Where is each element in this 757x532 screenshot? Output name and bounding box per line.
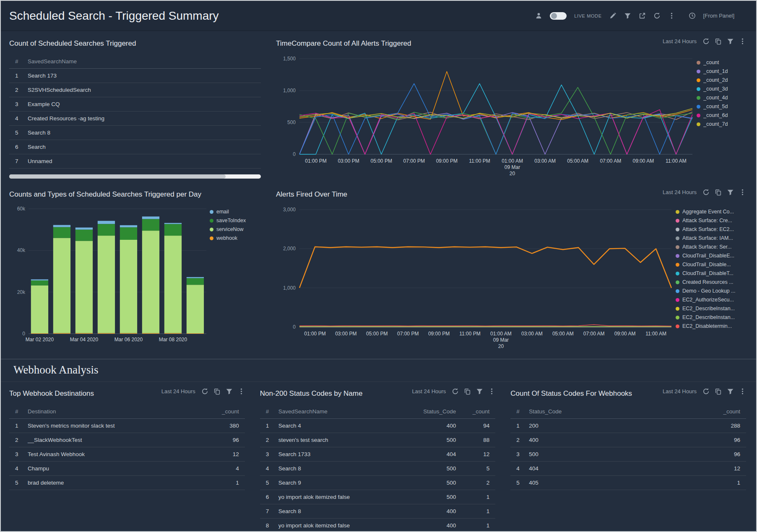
legend-item-webhook[interactable]: webhook: [210, 235, 257, 241]
legend-item-demo-geo-lookup[interactable]: Demo - Geo Lookup ...: [676, 288, 746, 294]
legend-item-cloudtrail-disablee[interactable]: CloudTrail_DisableE...: [676, 253, 746, 259]
filter-icon[interactable]: [727, 189, 734, 196]
table-row[interactable]: 240096: [510, 433, 746, 447]
refresh-icon[interactable]: [201, 388, 208, 395]
legend-item-email[interactable]: email: [210, 209, 257, 215]
table-row[interactable]: 6yo import alok itemized false5001: [260, 490, 496, 504]
time-range-label[interactable]: Last 24 Hours: [161, 388, 195, 394]
filter-icon[interactable]: [624, 12, 631, 19]
time-range-label[interactable]: Last 24 Hours: [663, 388, 697, 394]
legend-item-count-5d[interactable]: _count_5d: [697, 104, 746, 109]
panel-non200-status-codes: Non-200 Status Codes by Name Last 24 Hou…: [260, 388, 496, 529]
refresh-icon[interactable]: [702, 189, 710, 196]
scrollbar-thumb[interactable]: [9, 174, 226, 179]
table-row[interactable]: 350096: [510, 447, 746, 462]
filter-icon[interactable]: [727, 388, 734, 395]
time-range-label[interactable]: Last 24 Hours: [412, 388, 446, 394]
bar-segment: [98, 333, 115, 334]
legend-item-ec2-describeinstan[interactable]: EC2_DescribeInstan...: [676, 314, 746, 320]
legend-item-count-6d[interactable]: _count_6d: [697, 112, 746, 118]
legend-item-count-7d[interactable]: _count_7d: [697, 121, 746, 127]
live-mode-toggle[interactable]: [550, 12, 567, 20]
per_day-plot: 020k40k60kMar 02 2020Mar 04 2020Mar 06 2…: [9, 205, 210, 346]
copy-icon[interactable]: [464, 388, 471, 395]
table-row[interactable]: 3Test Avinash Webhook12: [9, 447, 245, 462]
legend-swatch: [676, 254, 679, 258]
table-row[interactable]: 7Unnamed: [9, 154, 261, 169]
legend-item-ec2-disabletermin[interactable]: EC2_Disabletermin...: [676, 323, 746, 329]
table-row[interactable]: 1Search 440094: [260, 419, 496, 433]
copy-icon[interactable]: [715, 189, 722, 196]
kebab-menu-icon[interactable]: [739, 38, 746, 45]
legend-item-created-resources[interactable]: Created Resources ...: [676, 279, 746, 285]
table-row[interactable]: 1Search 173: [9, 69, 261, 83]
table-row[interactable]: 5Search 95002: [260, 476, 496, 490]
refresh-icon[interactable]: [653, 12, 661, 19]
table-row[interactable]: 3Search 173340412: [260, 447, 496, 462]
horizontal-scrollbar[interactable]: [9, 174, 261, 179]
legend-item-savetoindex[interactable]: saveToIndex: [210, 218, 257, 223]
legend-item-servicenow[interactable]: serviceNow: [210, 226, 257, 232]
copy-icon[interactable]: [715, 388, 722, 395]
table-row[interactable]: 1Steven's metrics monitor slack test380: [9, 419, 245, 433]
table-row[interactable]: 3Example CQ: [9, 97, 261, 112]
legend-item-aggregate-event-co[interactable]: Aggregate Event Co...: [676, 209, 746, 215]
time-range-label[interactable]: Last 24 Hours: [663, 38, 697, 44]
table-row[interactable]: 1200288: [510, 419, 746, 433]
clock-icon[interactable]: [689, 12, 696, 19]
table-row[interactable]: 54051: [510, 476, 746, 490]
table-cell: 5: [459, 465, 493, 472]
table-row[interactable]: 440412: [510, 462, 746, 476]
legend-label: webhook: [216, 235, 237, 241]
per-day-bar-chart[interactable]: 020k40k60kMar 02 2020Mar 04 2020Mar 06 2…: [9, 205, 210, 346]
filter-icon[interactable]: [727, 38, 734, 45]
kebab-menu-icon[interactable]: [488, 388, 495, 395]
legend-label: _count_7d: [703, 121, 728, 127]
timecompare-chart[interactable]: 05001,0001,50001:00 PM03:00 PM05:00 PM07…: [276, 54, 697, 180]
legend-item-attack-surface-cre[interactable]: Attack Surface: Cre...: [676, 218, 746, 223]
legend-item-attack-surface-ec2[interactable]: Attack Surface: EC2...: [676, 226, 746, 232]
table-row[interactable]: 2__SlackWebhookTest96: [9, 433, 245, 447]
filter-icon[interactable]: [226, 388, 233, 395]
per-day-legend: emailsaveToIndexserviceNowwebhook: [210, 205, 257, 346]
kebab-menu-icon[interactable]: [739, 388, 746, 395]
filter-icon[interactable]: [476, 388, 483, 395]
refresh-icon[interactable]: [702, 388, 710, 395]
legend-item-ec2-authorizesecu[interactable]: EC2_AuthorizeSecu...: [676, 297, 746, 303]
table-row[interactable]: 2steven's test search50088: [260, 433, 496, 447]
time-range-label[interactable]: Last 24 Hours: [663, 189, 697, 195]
kebab-menu-icon[interactable]: [739, 189, 746, 196]
legend-item-ec2-describeinstan[interactable]: EC2_DescribeInstan...: [676, 306, 746, 311]
share-icon[interactable]: [639, 12, 646, 19]
table-row[interactable]: 4Search 85005: [260, 462, 496, 476]
legend-item-attack-surface-ser[interactable]: Attack Surface: Ser...: [676, 244, 746, 250]
table-row[interactable]: 4Champu4: [9, 462, 245, 476]
table-row[interactable]: 2S2SVHScheduledSearch: [9, 83, 261, 97]
legend-item-count-4d[interactable]: _count_4d: [697, 95, 746, 101]
legend-item-cloudtrail-disable[interactable]: CloudTrail_Disable...: [676, 262, 746, 267]
legend-item-count-2d[interactable]: _count_2d: [697, 77, 746, 83]
kebab-menu-icon[interactable]: [668, 12, 675, 19]
kebab-menu-icon[interactable]: [238, 388, 245, 395]
legend-label: Attack Surface: Ser...: [682, 244, 731, 250]
refresh-icon[interactable]: [452, 388, 459, 395]
alerts-chart[interactable]: 01,0002,0003,00001:00 PM03:00 PM05:00 PM…: [276, 205, 676, 353]
copy-icon[interactable]: [213, 388, 221, 395]
table-row[interactable]: 7Search 84001: [260, 504, 496, 519]
copy-icon[interactable]: [715, 38, 722, 45]
table-row[interactable]: 5Search 8: [9, 126, 261, 140]
user-icon[interactable]: [535, 12, 542, 19]
table-row[interactable]: 8yo import alok itemized false4001: [260, 519, 496, 529]
svg-text:01:00 AM09 Mar20: 01:00 AM09 Mar20: [502, 158, 523, 176]
table-row[interactable]: 6Search: [9, 140, 261, 154]
legend-item-count-1d[interactable]: _count_1d: [697, 68, 746, 74]
legend-item-attack-surface-iam[interactable]: Attack Surface: IAM...: [676, 235, 746, 241]
table-row[interactable]: 4Created Resources -ag testing: [9, 112, 261, 126]
legend-item-count[interactable]: _count: [697, 60, 746, 65]
legend-item-cloudtrail-disablet[interactable]: CloudTrail_DisableT...: [676, 270, 746, 276]
refresh-icon[interactable]: [702, 38, 710, 45]
table-row[interactable]: 5brad deleteme1: [9, 476, 245, 490]
legend-item-count-3d[interactable]: _count_3d: [697, 86, 746, 92]
edit-icon[interactable]: [609, 12, 617, 19]
panel-scheduled-searches: Count of Scheduled Searches Triggered #S…: [9, 38, 261, 185]
